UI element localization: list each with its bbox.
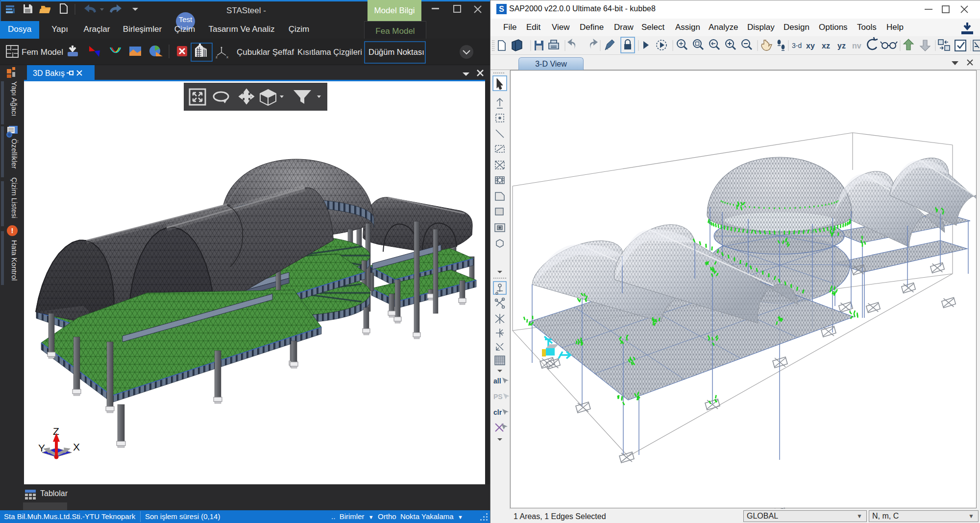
svg-text:z: z (216, 55, 218, 59)
svg-text:PS: PS (493, 393, 503, 401)
svg-text:Çubuklar Şeffaf: Çubuklar Şeffaf (237, 48, 294, 57)
svg-text:X: X (73, 441, 80, 452)
svg-text:clr: clr (493, 408, 502, 416)
svg-text:xz: xz (822, 42, 830, 50)
svg-text:yz: yz (837, 42, 846, 50)
svg-text:x: x (226, 55, 228, 59)
svg-text:3-d: 3-d (792, 42, 802, 49)
svg-text:Fem Model: Fem Model (22, 48, 63, 57)
svg-text:Düğüm Noktası: Düğüm Noktası (368, 48, 424, 56)
svg-text:all: all (493, 377, 501, 385)
svg-text:xy: xy (806, 42, 815, 50)
svg-text:nv: nv (852, 42, 861, 50)
svg-text:Kısıtlama Çizgileri: Kısıtlama Çizgileri (297, 48, 362, 56)
